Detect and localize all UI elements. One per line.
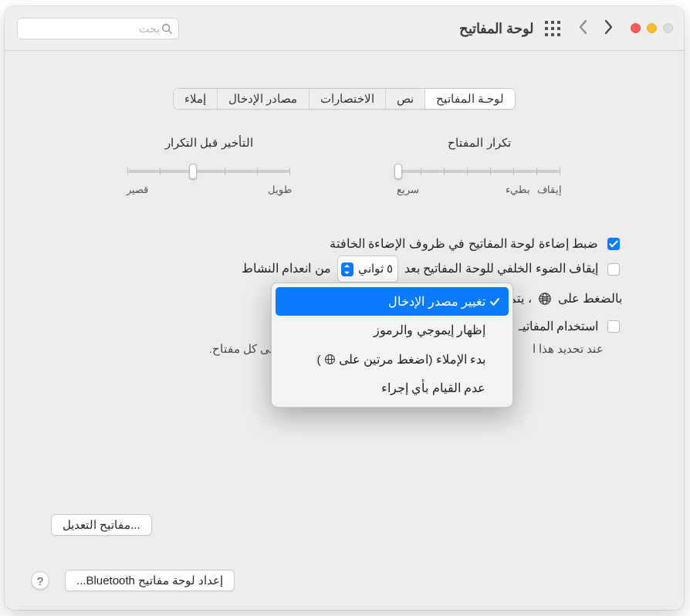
label-backlight-off-pre: إيقاف الضوء الخلفي للوحة المفاتيح بعد [404,257,598,280]
row-backlight-off: إيقاف الضوء الخلفي للوحة المفاتيح بعد ٥ … [66,256,622,283]
svg-rect-3 [545,27,548,30]
label-press-globe-pre: بالضغط على [558,287,622,310]
modifier-keys-button[interactable]: مفاتيح التعديل... [51,514,152,536]
menu-item-label: تغيير مصدر الإدخال [388,290,485,313]
svg-rect-5 [557,27,560,30]
search-icon [161,23,172,34]
tab-dictation[interactable]: إملاء [174,89,217,109]
globe-action-menu: تغيير مصدر الإدخال إظهار إيموجي والرموز … [271,283,513,408]
zoom-icon [663,23,673,33]
slider-key-repeat: تكرار المفتاح إيقاف بطيء سريع [391,136,568,195]
svg-rect-0 [545,21,548,24]
label-fast: سريع [397,184,452,195]
menu-item-label-post: ) [317,348,321,371]
back-icon[interactable] [603,19,614,38]
svg-rect-4 [551,27,554,30]
row-press-globe: بالضغط على ، يتم تغيير مصدر الإدخال [66,287,622,310]
svg-line-10 [169,30,172,33]
svg-rect-2 [557,21,560,24]
bluetooth-keyboard-button[interactable]: إعداد لوحة مفاتيح Bluetooth... [65,570,235,591]
label-adjust-backlight: ضبط إضاءة لوحة المفاتيح في ظروف الإضاءة … [330,232,598,256]
minimize-icon[interactable] [647,23,657,33]
tab-shortcuts[interactable]: الاختصارات [309,89,385,109]
menu-item-dictation[interactable]: بدء الإملاء (اضغط مرتين على ) [276,345,509,374]
slider-key-repeat-track[interactable] [398,162,560,179]
label-long: طويل [268,184,292,195]
slider-key-repeat-title: تكرار المفتاح [448,136,510,150]
pane-body: لوحـة المفاتيح نص الاختصارات مصادر الإدخ… [5,51,684,610]
footer: ? إعداد لوحة مفاتيح Bluetooth... [5,570,684,591]
forward-icon [578,19,589,38]
menu-item-change-input[interactable]: تغيير مصدر الإدخال [276,287,509,316]
close-icon[interactable] [631,23,641,33]
preferences-window: لوحة المفاتيح لوحـة المفاتيح نص الاختصار… [5,6,684,610]
window-title: لوحة المفاتيح [459,20,533,37]
menu-item-label-pre: بدء الإملاء (اضغط مرتين على [339,348,485,371]
tabs: لوحـة المفاتيح نص الاختصارات مصادر الإدخ… [5,88,684,110]
label-fkeys-note-pre: عند تحديد هذا ا [533,339,604,360]
titlebar: لوحة المفاتيح [5,6,684,51]
sliders-row: تكرار المفتاح إيقاف بطيء سريع التأخير قب… [5,136,684,195]
checkbox-backlight-off[interactable] [607,263,620,276]
globe-action-popup-anchor: تغيير مصدر الإدخال تغيير مصدر الإدخال [384,287,502,310]
slider-delay-thumb[interactable] [189,164,197,179]
menu-item-emoji[interactable]: إظهار إيموجي والرموز [276,316,509,344]
globe-icon [538,292,552,306]
modifier-keys-row: مفاتيح التعديل... [5,514,198,536]
svg-rect-7 [551,33,554,36]
check-icon [489,296,501,307]
slider-delay-track[interactable] [128,162,290,179]
menu-item-nothing[interactable]: عدم القيام بأي إجراء [276,374,509,402]
svg-rect-1 [551,21,554,24]
search-input[interactable] [23,22,161,36]
row-adjust-backlight: ضبط إضاءة لوحة المفاتيح في ظروف الإضاءة … [66,232,622,256]
label-backlight-off-post: من انعدام النشاط [242,257,331,280]
show-all-icon[interactable] [544,20,561,37]
menu-item-label: عدم القيام بأي إجراء [381,377,485,399]
globe-icon [324,354,336,365]
tab-group: لوحـة المفاتيح نص الاختصارات مصادر الإدخ… [173,88,515,110]
svg-rect-6 [545,33,548,36]
checkbox-adjust-backlight[interactable] [607,238,620,250]
tab-keyboard[interactable]: لوحـة المفاتيح [424,89,515,109]
updown-icon [341,262,353,276]
svg-rect-8 [557,33,560,36]
window-controls [631,23,673,33]
slider-delay: التأخير قبل التكرار طويل قصير [120,136,298,195]
nav-arrows [578,19,614,38]
slider-key-repeat-thumb[interactable] [394,164,402,179]
search-field[interactable] [17,18,179,39]
checkbox-fkeys[interactable] [607,320,620,333]
menu-item-label: إظهار إيموجي والرموز [374,319,485,341]
slider-delay-title: التأخير قبل التكرار [165,136,252,150]
tab-input-sources[interactable]: مصادر الإدخال [217,89,308,109]
label-fkeys: استخدام المفاتيـ [519,315,598,338]
settings-block: ضبط إضاءة لوحة المفاتيح في ظروف الإضاءة … [66,232,622,360]
help-button[interactable]: ? [31,571,49,590]
label-short: قصير [127,184,148,195]
tab-text[interactable]: نص [385,89,424,109]
select-backlight-duration[interactable]: ٥ ثواني [337,256,398,283]
select-backlight-value: ٥ ثواني [358,258,393,280]
label-slow: بطيء [506,184,530,195]
